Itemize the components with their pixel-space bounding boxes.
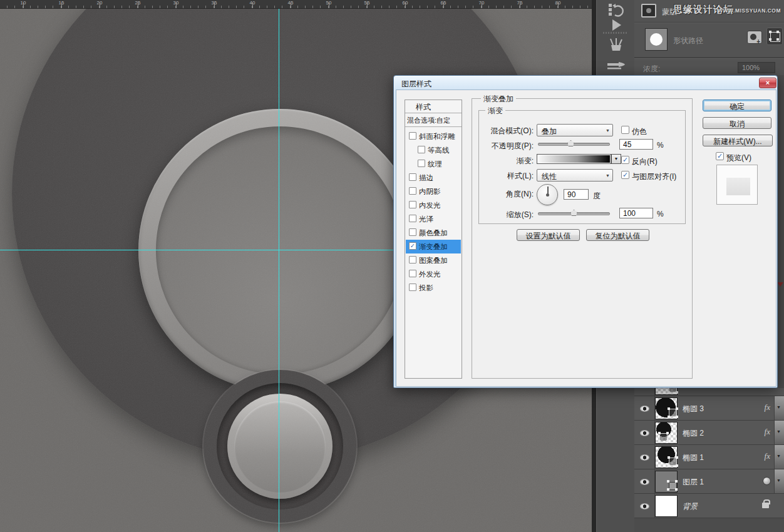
ruler-label: 35 (212, 0, 217, 6)
gradient-preview-bar[interactable] (537, 154, 611, 164)
eye-icon[interactable] (640, 430, 649, 436)
visibility-cell[interactable] (634, 396, 655, 420)
watermark-url: WWW.MISSYUAN.COM (718, 8, 781, 14)
masks-panel: 蒙版 思缘设计论坛 WWW.MISSYUAN.COM 形状路径 浓度: 100% (634, 0, 784, 75)
style-item-checkbox[interactable] (409, 284, 416, 291)
brushes-panel-icon[interactable] (606, 56, 627, 73)
layer-effects-fx-icon[interactable]: fx (765, 402, 770, 412)
eye-icon[interactable] (640, 479, 649, 485)
style-item-渐变叠加[interactable]: ✓渐变叠加 (406, 240, 461, 253)
effects-chevron-icon[interactable] (774, 396, 784, 420)
style-item-checkbox[interactable] (409, 256, 416, 263)
effects-chevron-icon[interactable] (774, 469, 784, 493)
layer-effects-fx-icon[interactable]: fx (765, 427, 770, 437)
layer-name[interactable]: 椭圆 1 (683, 453, 704, 463)
layer-thumbnail[interactable] (655, 495, 678, 517)
opacity-label: 不透明度(P): (458, 141, 534, 151)
style-item-斜面和浮雕[interactable]: 斜面和浮雕 (406, 130, 461, 143)
style-item-描边[interactable]: 描边 (406, 171, 461, 185)
layer-name[interactable]: 图层 1 (683, 477, 704, 488)
style-select[interactable]: 线性 (537, 169, 613, 182)
style-item-checkbox[interactable] (409, 132, 416, 140)
layer-row-图层 1[interactable]: 图层 1 (634, 469, 784, 494)
style-item-checkbox[interactable] (418, 160, 425, 167)
density-value[interactable]: 100% (738, 62, 775, 73)
layer-name[interactable]: 背景 (683, 501, 698, 512)
ruler-label: 50 (326, 0, 332, 6)
eye-icon[interactable] (640, 503, 649, 509)
style-item-内发光[interactable]: 内发光 (406, 198, 461, 212)
style-item-checkbox[interactable]: ✓ (409, 242, 416, 250)
panel-scroll-arrow-icon[interactable] (777, 282, 783, 287)
style-item-颜色叠加[interactable]: 颜色叠加 (406, 226, 461, 240)
preview-checkbox[interactable]: ✓ (716, 152, 724, 160)
align-layer-checkbox[interactable]: ✓ (621, 171, 629, 179)
style-item-label: 内阴影 (419, 187, 441, 197)
vector-path-badge-icon (669, 409, 677, 417)
style-item-外发光[interactable]: 外发光 (406, 267, 461, 281)
blend-options-item[interactable]: 混合选项:自定 (405, 113, 462, 127)
style-item-checkbox[interactable] (409, 201, 416, 208)
style-item-checkbox[interactable] (409, 187, 416, 195)
scale-value[interactable]: 100 (619, 208, 653, 218)
style-item-checkbox[interactable] (409, 215, 416, 222)
history-panel-icon[interactable] (606, 2, 627, 18)
vertical-guide[interactable] (279, 9, 279, 532)
gradient-label: 渐变: (458, 156, 534, 166)
opacity-value[interactable]: 45 (619, 139, 653, 150)
add-pixel-mask-icon[interactable] (747, 31, 762, 44)
effects-chevron-icon[interactable] (774, 421, 784, 444)
gradient-picker-arrow-icon[interactable]: ▼ (611, 154, 621, 164)
style-item-等高线[interactable]: 等高线 (406, 143, 461, 157)
layer-row-椭圆 3[interactable]: 椭圆 3fx (634, 396, 784, 421)
ruler-minor-ticks (0, 6, 592, 8)
actions-panel-icon[interactable] (606, 17, 627, 33)
ruler-label: 60 (403, 0, 408, 6)
layer-row-partial[interactable] (634, 388, 784, 396)
effects-chevron-icon[interactable] (774, 445, 784, 469)
style-item-label: 等高线 (428, 146, 450, 155)
reverse-checkbox[interactable]: ✓ (621, 156, 629, 164)
dither-checkbox[interactable] (621, 126, 629, 134)
layer-name[interactable]: 椭圆 2 (683, 428, 704, 439)
angle-value[interactable]: 90 (564, 189, 589, 200)
style-item-checkbox[interactable] (409, 228, 416, 236)
styles-list: 样式 混合选项:自定 斜面和浮雕等高线纹理描边内阴影内发光光泽颜色叠加✓渐变叠加… (405, 100, 462, 379)
layer-row-椭圆 1[interactable]: 椭圆 1fx (634, 445, 784, 469)
visibility-cell[interactable] (634, 421, 655, 444)
angle-label: 角度(N): (458, 189, 534, 200)
horizontal-ruler: 101520253035404550556065707580 (0, 0, 592, 9)
visibility-cell[interactable] (634, 445, 655, 469)
masks-panel-header[interactable]: 蒙版 思缘设计论坛 WWW.MISSYUAN.COM (634, 0, 784, 23)
layer-badge-icon (669, 482, 677, 490)
layer-effects-fx-icon[interactable]: fx (765, 451, 770, 461)
ok-button[interactable]: 确定 (703, 100, 771, 111)
density-label: 浓度: (643, 64, 660, 74)
layer-row-椭圆 2[interactable]: 椭圆 2fx (634, 421, 784, 445)
visibility-cell[interactable] (634, 494, 655, 518)
set-default-button[interactable]: 设置为默认值 (517, 229, 580, 241)
angle-dial[interactable] (537, 184, 558, 205)
style-item-投影[interactable]: 投影 (406, 281, 461, 295)
vector-mask-icon[interactable] (766, 28, 783, 45)
style-item-checkbox[interactable] (418, 146, 425, 153)
style-item-内阴影[interactable]: 内阴影 (406, 185, 461, 198)
new-style-button[interactable]: 新建样式(W)... (703, 135, 773, 146)
eye-icon[interactable] (640, 454, 649, 461)
style-item-checkbox[interactable] (409, 173, 416, 181)
style-item-光泽[interactable]: 光泽 (406, 212, 461, 226)
style-item-图案叠加[interactable]: 图案叠加 (406, 253, 461, 267)
style-item-checkbox[interactable] (409, 270, 416, 277)
style-item-纹理[interactable]: 纹理 (406, 157, 461, 171)
visibility-cell[interactable] (634, 469, 655, 493)
layer-name[interactable]: 椭圆 3 (683, 404, 704, 414)
ruler-label: 45 (288, 0, 294, 6)
close-icon[interactable]: × (759, 78, 776, 88)
cancel-button[interactable]: 取消 (703, 117, 771, 129)
shape-path-thumbnail[interactable] (645, 28, 668, 51)
eye-icon[interactable] (640, 406, 649, 412)
reset-default-button[interactable]: 复位为默认值 (586, 229, 649, 241)
layer-row-背景[interactable]: 背景 (634, 494, 784, 518)
blend-mode-select[interactable]: 叠加 (537, 124, 613, 136)
brush-presets-panel-icon[interactable] (606, 36, 627, 53)
